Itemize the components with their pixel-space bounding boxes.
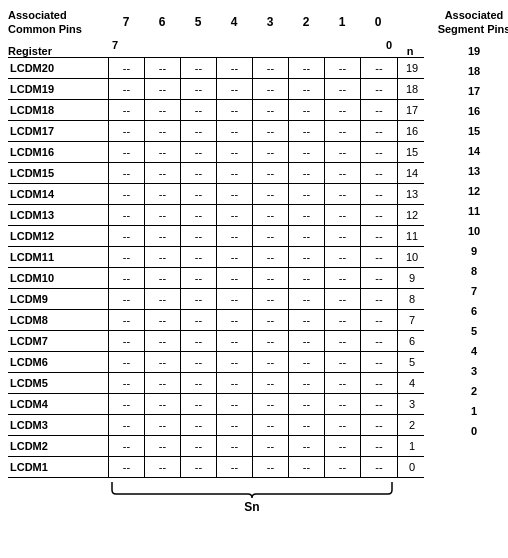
- register-cell: --: [181, 205, 217, 225]
- register-name: LCDM6: [8, 356, 108, 368]
- cells-group: ----------------: [108, 163, 398, 183]
- cells-group: ----------------: [108, 226, 398, 246]
- pin-numbers: 76543210: [108, 15, 396, 29]
- register-cell: --: [325, 121, 361, 141]
- register-cell: --: [109, 289, 145, 309]
- table-row: LCDM11----------------10: [8, 246, 424, 267]
- register-cell: --: [145, 121, 181, 141]
- seg-pin-value: 19: [454, 41, 494, 61]
- register-cell: --: [361, 184, 397, 204]
- register-cell: --: [217, 415, 253, 435]
- register-cell: --: [253, 226, 289, 246]
- left-section: Associated Common Pins 76543210 Register…: [8, 8, 424, 514]
- register-cell: --: [325, 226, 361, 246]
- register-cell: --: [253, 205, 289, 225]
- register-cell: --: [145, 226, 181, 246]
- register-cell: --: [181, 121, 217, 141]
- sn-label: Sn: [244, 500, 259, 514]
- register-cell: --: [253, 79, 289, 99]
- table-row: LCDM2----------------1: [8, 435, 424, 456]
- register-name: LCDM14: [8, 188, 108, 200]
- register-name: LCDM7: [8, 335, 108, 347]
- register-cell: --: [109, 163, 145, 183]
- header-row: Associated Common Pins 76543210: [8, 8, 396, 37]
- table-row: LCDM5----------------4: [8, 372, 424, 393]
- register-cell: --: [217, 352, 253, 372]
- register-cell: --: [289, 247, 325, 267]
- cells-group: ----------------: [108, 184, 398, 204]
- seg-pin-value: 17: [454, 81, 494, 101]
- cells-group: ----------------: [108, 394, 398, 414]
- register-cell: --: [253, 100, 289, 120]
- register-cell: --: [181, 100, 217, 120]
- seg-pin-value: 7: [454, 281, 494, 301]
- table-row: LCDM10----------------9: [8, 267, 424, 288]
- register-cell: --: [361, 373, 397, 393]
- register-cell: --: [145, 79, 181, 99]
- register-cell: --: [109, 310, 145, 330]
- seg-pin-value: 14: [454, 141, 494, 161]
- register-cell: --: [325, 184, 361, 204]
- register-cell: --: [109, 100, 145, 120]
- register-cell: --: [289, 58, 325, 78]
- register-cell: --: [109, 394, 145, 414]
- register-cell: --: [109, 79, 145, 99]
- register-cell: --: [181, 184, 217, 204]
- right-section: Associated Segment Pins 1918171615141312…: [434, 8, 508, 441]
- register-cell: --: [325, 289, 361, 309]
- seg-pin-value: 3: [454, 361, 494, 381]
- cells-group: ----------------: [108, 457, 398, 477]
- seg-pin-value: 4: [454, 341, 494, 361]
- register-cell: --: [181, 436, 217, 456]
- cells-group: ----------------: [108, 247, 398, 267]
- register-cell: --: [253, 310, 289, 330]
- cells-group: ----------------: [108, 58, 398, 78]
- register-cell: --: [289, 394, 325, 414]
- register-cell: --: [361, 415, 397, 435]
- cells-group: ----------------: [108, 352, 398, 372]
- bit0-label: 0: [386, 39, 392, 51]
- register-cell: --: [109, 373, 145, 393]
- register-label: Register: [8, 45, 108, 57]
- cells-group: ----------------: [108, 415, 398, 435]
- seg-pin-value: 18: [454, 61, 494, 81]
- table-row: LCDM18----------------17: [8, 99, 424, 120]
- seg-pin-value: 15: [454, 121, 494, 141]
- register-cell: --: [109, 184, 145, 204]
- table-row: LCDM17----------------16: [8, 120, 424, 141]
- sn-section: Sn: [108, 480, 396, 514]
- seg-pin-value: 1: [454, 401, 494, 421]
- cells-group: ----------------: [108, 331, 398, 351]
- n-value: 0: [400, 457, 424, 477]
- register-cell: --: [109, 352, 145, 372]
- register-cell: --: [109, 436, 145, 456]
- register-cell: --: [253, 289, 289, 309]
- register-cell: --: [109, 58, 145, 78]
- cells-group: ----------------: [108, 205, 398, 225]
- register-cell: --: [289, 289, 325, 309]
- cells-group: ----------------: [108, 121, 398, 141]
- register-cell: --: [181, 352, 217, 372]
- register-cell: --: [217, 100, 253, 120]
- register-cell: --: [145, 436, 181, 456]
- seg-values: 191817161514131211109876543210: [454, 41, 494, 441]
- register-name: LCDM9: [8, 293, 108, 305]
- register-cell: --: [109, 331, 145, 351]
- table-row: LCDM4----------------3: [8, 393, 424, 414]
- register-cell: --: [145, 331, 181, 351]
- register-cell: --: [253, 184, 289, 204]
- bit7-label: 7: [112, 39, 118, 51]
- register-cell: --: [361, 436, 397, 456]
- register-cell: --: [289, 184, 325, 204]
- n-value: 9: [400, 268, 424, 288]
- register-cell: --: [253, 121, 289, 141]
- cells-group: ----------------: [108, 79, 398, 99]
- register-cell: --: [109, 415, 145, 435]
- register-name: LCDM2: [8, 440, 108, 452]
- register-cell: --: [145, 100, 181, 120]
- seg-pin-value: 10: [454, 221, 494, 241]
- cells-group: ----------------: [108, 100, 398, 120]
- register-cell: --: [253, 352, 289, 372]
- register-cell: --: [289, 268, 325, 288]
- seg-pin-value: 13: [454, 161, 494, 181]
